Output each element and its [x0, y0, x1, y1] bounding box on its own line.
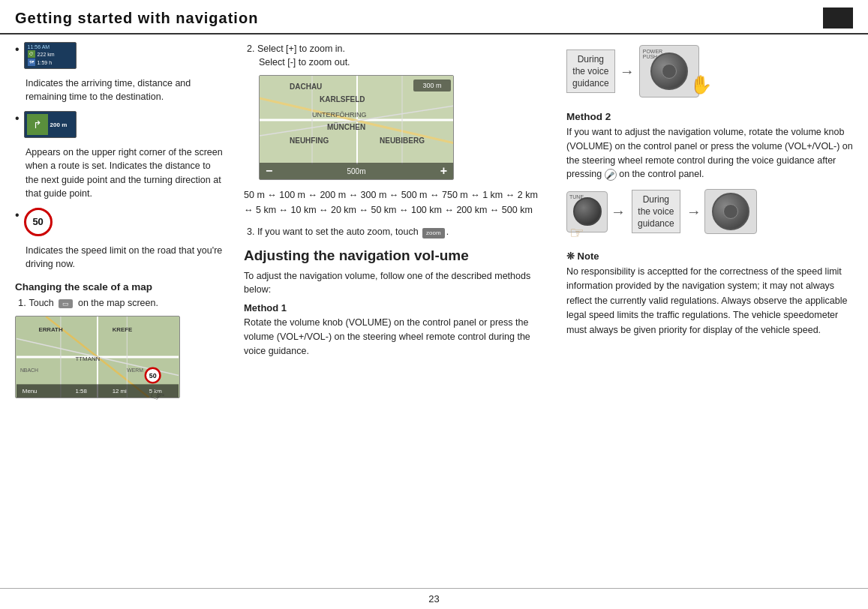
- bullet-item-1: • 11:56 AM ⏱ 222 km 🗺 1:59 h: [15, 42, 225, 69]
- adjust-heading: Adjusting the navigation vol-ume: [244, 248, 544, 265]
- page-number: 23: [428, 593, 439, 604]
- step1-text-suffix: on the map screen.: [78, 298, 158, 308]
- nav-display-clock-icon: ⏱: [28, 50, 35, 58]
- zoom-plus[interactable]: +: [440, 164, 447, 178]
- arrow-icon-2: →: [611, 203, 626, 220]
- svg-text:NEUBIBERG: NEUBIBERG: [380, 136, 425, 145]
- step3-text: 3. If you want to set the auto zoom, tou…: [247, 225, 544, 238]
- page-footer: 23: [0, 588, 868, 609]
- svg-text:KARLSFELD: KARLSFELD: [320, 95, 365, 104]
- nav-display-map-icon: 🗺: [28, 58, 35, 66]
- speed-image-wrap: 50: [24, 208, 53, 236]
- svg-text:UNTERFÖHRING: UNTERFÖHRING: [312, 111, 367, 118]
- svg-text:WERM: WERM: [127, 368, 143, 373]
- step2-text1: 2. Select [+] to zoom in.: [247, 42, 544, 56]
- knob-circle-2: [712, 193, 749, 230]
- voice-row-1: Duringthe voiceguidance → POWERPUSH 🤚: [566, 45, 857, 98]
- tune-circle: [573, 197, 602, 226]
- step1-number: 1.: [18, 297, 29, 308]
- left-column: • 11:56 AM ⏱ 222 km 🗺 1:59 h: [0, 42, 233, 588]
- during-voice-box-2: Duringthe voiceguidance: [632, 190, 680, 234]
- turn-image-wrap: ↱ 200 m: [24, 111, 77, 138]
- right-column: Duringthe voiceguidance → POWERPUSH 🤚 Me…: [555, 42, 868, 588]
- method1-heading: Method 1: [244, 302, 544, 314]
- turn-arrow-icon: ↱ 200 m: [24, 111, 77, 138]
- hand-icon-2: ☞: [569, 224, 584, 243]
- map-screen-wrap: ERRATH KREFE TTMANN NBACH WERM 50 Menu 1…: [15, 316, 180, 398]
- volume-knob-image-1: POWERPUSH 🤚: [639, 45, 699, 98]
- volume-knob-image-2: [704, 189, 757, 234]
- bullet3-text: Indicates the speed limit on the road th…: [26, 244, 225, 271]
- bullet-dot-3: •: [15, 209, 20, 221]
- svg-text:TTMANN: TTMANN: [76, 356, 101, 362]
- svg-text:Menu: Menu: [23, 388, 38, 394]
- svg-text:12 mi: 12 mi: [113, 388, 127, 394]
- tune-knob-wrap: TUNE ☞: [566, 191, 608, 232]
- arrow-icon-3: →: [686, 203, 701, 220]
- step2-text2: Select [-] to zoom out.: [259, 56, 544, 69]
- nav-display-wrap: 11:56 AM ⏱ 222 km 🗺 1:59 h: [24, 42, 77, 69]
- svg-text:NBACH: NBACH: [20, 368, 38, 373]
- adjust-intro: To adjust the navigation volume, follow …: [244, 269, 544, 296]
- svg-text:300 m: 300 m: [422, 82, 441, 89]
- step3-item: 3. If you want to set the auto zoom, tou…: [244, 225, 544, 238]
- during-voice-box-1: Duringthe voiceguidance: [566, 50, 615, 94]
- map-button-icon: ▭: [59, 299, 73, 308]
- power-push-label: POWERPUSH: [643, 49, 662, 59]
- svg-text:DACHAU: DACHAU: [290, 82, 322, 91]
- page-title: Getting started with navigation: [15, 10, 258, 27]
- zoom-map-svg: DACHAU KARLSFELD UNTERFÖHRING MÜNCHEN NE…: [260, 76, 454, 164]
- bullet-item-3: • 50: [15, 208, 225, 236]
- zoom-scale-label: 500m: [347, 167, 365, 176]
- step1-text: Touch: [29, 298, 56, 308]
- svg-text:MÜNCHEN: MÜNCHEN: [327, 122, 365, 131]
- voice-row-2: TUNE ☞ → Duringthe voiceguidance →: [566, 189, 857, 234]
- nav-display-icon: 11:56 AM ⏱ 222 km 🗺 1:59 h: [24, 42, 77, 69]
- page-container: Getting started with navigation • 11:56 …: [0, 0, 868, 609]
- method1-text: Rotate the volume knob (VOLUME) on the c…: [244, 316, 544, 358]
- knob-inner-2: [723, 204, 738, 219]
- mic-button-icon: 🎤: [605, 169, 617, 181]
- speed-limit-icon: 50: [24, 208, 53, 236]
- during-voice-label-2: Duringthe voiceguidance: [638, 194, 674, 229]
- middle-column: 2. Select [+] to zoom in. Select [-] to …: [233, 42, 555, 588]
- tune-label: TUNE: [569, 194, 584, 200]
- method2-heading: Method 2: [566, 111, 857, 122]
- zoom-controls-bar: − 500m +: [260, 163, 453, 179]
- page-header: Getting started with navigation: [0, 0, 868, 34]
- turn-arrow-box: ↱: [27, 114, 48, 135]
- svg-text:ERRATH: ERRATH: [38, 326, 62, 333]
- arrow-icon-1: →: [620, 63, 635, 80]
- step1-item: 1. Touch ▭ on the map screen.: [15, 296, 225, 310]
- main-content: • 11:56 AM ⏱ 222 km 🗺 1:59 h: [0, 34, 868, 588]
- zoom-minus[interactable]: −: [266, 164, 272, 178]
- svg-text:1:58: 1:58: [76, 388, 88, 394]
- section-heading-scale: Changing the scale of a map: [15, 281, 225, 292]
- note-section: ❊ Note No responsibility is acceptted fo…: [566, 250, 857, 338]
- scale-text: 50 m ↔ 100 m ↔ 200 m ↔ 300 m ↔ 500 m ↔ 7…: [244, 188, 544, 218]
- bullet-item-2: • ↱ 200 m: [15, 111, 225, 138]
- svg-text:50: 50: [149, 373, 157, 380]
- note-heading: ❊ Note: [566, 250, 857, 262]
- step2-item: 2. Select [+] to zoom in. Select [-] to …: [244, 42, 544, 69]
- zoom-map-image: DACHAU KARLSFELD UNTERFÖHRING MÜNCHEN NE…: [259, 75, 454, 180]
- svg-text:NEUHFING: NEUHFING: [290, 136, 329, 145]
- svg-text:KREFE: KREFE: [113, 326, 133, 333]
- bullet-dot-2: •: [15, 112, 20, 124]
- header-black-box: [823, 8, 853, 28]
- bullet1-text: Indicates the arriving time, distance an…: [26, 76, 225, 104]
- bullet2-text: Appears on the upper right corner of the…: [26, 146, 225, 200]
- distance-text: 200 m: [50, 122, 68, 128]
- during-voice-label-1: Duringthe voiceguidance: [572, 54, 609, 88]
- speed-value: 50: [32, 216, 43, 227]
- autozoom-button-icon: zoom: [422, 228, 445, 238]
- method2-text: If you want to adjust the navigation vol…: [566, 125, 857, 182]
- bullet-dot-1: •: [15, 44, 20, 56]
- hand-icon-1: 🤚: [689, 74, 712, 95]
- knob-inner-1: [662, 64, 677, 79]
- note-text: No responsibility is acceptted for the c…: [566, 265, 857, 338]
